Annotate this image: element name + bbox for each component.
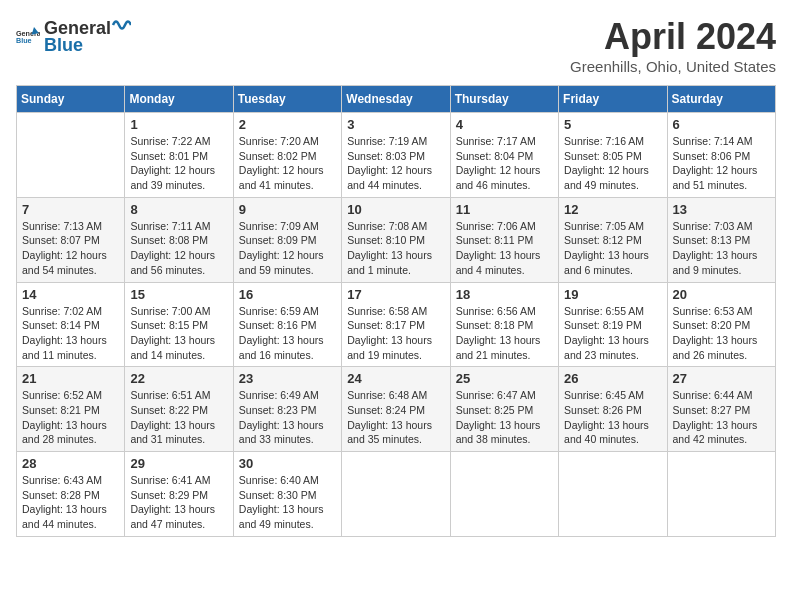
calendar-day-cell [17, 113, 125, 198]
calendar-day-cell: 17Sunrise: 6:58 AM Sunset: 8:17 PM Dayli… [342, 282, 450, 367]
day-info: Sunrise: 6:44 AM Sunset: 8:27 PM Dayligh… [673, 388, 770, 447]
calendar-table: SundayMondayTuesdayWednesdayThursdayFrid… [16, 85, 776, 537]
day-number: 15 [130, 287, 227, 302]
day-info: Sunrise: 6:55 AM Sunset: 8:19 PM Dayligh… [564, 304, 661, 363]
day-info: Sunrise: 6:47 AM Sunset: 8:25 PM Dayligh… [456, 388, 553, 447]
day-info: Sunrise: 7:08 AM Sunset: 8:10 PM Dayligh… [347, 219, 444, 278]
calendar-header-cell: Saturday [667, 86, 775, 113]
calendar-day-cell: 30Sunrise: 6:40 AM Sunset: 8:30 PM Dayli… [233, 452, 341, 537]
day-info: Sunrise: 7:20 AM Sunset: 8:02 PM Dayligh… [239, 134, 336, 193]
calendar-header-cell: Sunday [17, 86, 125, 113]
calendar-day-cell: 7Sunrise: 7:13 AM Sunset: 8:07 PM Daylig… [17, 197, 125, 282]
day-info: Sunrise: 7:16 AM Sunset: 8:05 PM Dayligh… [564, 134, 661, 193]
day-number: 16 [239, 287, 336, 302]
day-info: Sunrise: 6:53 AM Sunset: 8:20 PM Dayligh… [673, 304, 770, 363]
day-number: 12 [564, 202, 661, 217]
day-number: 6 [673, 117, 770, 132]
day-info: Sunrise: 7:05 AM Sunset: 8:12 PM Dayligh… [564, 219, 661, 278]
logo-icon: General Blue [16, 24, 40, 48]
day-info: Sunrise: 6:41 AM Sunset: 8:29 PM Dayligh… [130, 473, 227, 532]
day-info: Sunrise: 6:58 AM Sunset: 8:17 PM Dayligh… [347, 304, 444, 363]
calendar-header-cell: Wednesday [342, 86, 450, 113]
day-number: 18 [456, 287, 553, 302]
day-info: Sunrise: 6:51 AM Sunset: 8:22 PM Dayligh… [130, 388, 227, 447]
calendar-day-cell: 4Sunrise: 7:17 AM Sunset: 8:04 PM Daylig… [450, 113, 558, 198]
calendar-week-row: 28Sunrise: 6:43 AM Sunset: 8:28 PM Dayli… [17, 452, 776, 537]
day-info: Sunrise: 7:09 AM Sunset: 8:09 PM Dayligh… [239, 219, 336, 278]
day-number: 23 [239, 371, 336, 386]
day-number: 20 [673, 287, 770, 302]
day-number: 4 [456, 117, 553, 132]
day-number: 21 [22, 371, 119, 386]
day-number: 9 [239, 202, 336, 217]
calendar-day-cell: 21Sunrise: 6:52 AM Sunset: 8:21 PM Dayli… [17, 367, 125, 452]
day-info: Sunrise: 6:52 AM Sunset: 8:21 PM Dayligh… [22, 388, 119, 447]
calendar-header-cell: Tuesday [233, 86, 341, 113]
day-info: Sunrise: 6:40 AM Sunset: 8:30 PM Dayligh… [239, 473, 336, 532]
logo-wave-icon [111, 16, 131, 34]
day-info: Sunrise: 7:19 AM Sunset: 8:03 PM Dayligh… [347, 134, 444, 193]
day-number: 29 [130, 456, 227, 471]
page-header: General Blue General Blue April 2024 Gre… [16, 16, 776, 75]
calendar-body: 1Sunrise: 7:22 AM Sunset: 8:01 PM Daylig… [17, 113, 776, 537]
calendar-header-cell: Thursday [450, 86, 558, 113]
calendar-day-cell: 22Sunrise: 6:51 AM Sunset: 8:22 PM Dayli… [125, 367, 233, 452]
calendar-day-cell [342, 452, 450, 537]
day-info: Sunrise: 6:56 AM Sunset: 8:18 PM Dayligh… [456, 304, 553, 363]
calendar-day-cell: 8Sunrise: 7:11 AM Sunset: 8:08 PM Daylig… [125, 197, 233, 282]
day-number: 8 [130, 202, 227, 217]
day-number: 10 [347, 202, 444, 217]
day-info: Sunrise: 6:59 AM Sunset: 8:16 PM Dayligh… [239, 304, 336, 363]
calendar-week-row: 7Sunrise: 7:13 AM Sunset: 8:07 PM Daylig… [17, 197, 776, 282]
calendar-day-cell: 23Sunrise: 6:49 AM Sunset: 8:23 PM Dayli… [233, 367, 341, 452]
calendar-day-cell: 1Sunrise: 7:22 AM Sunset: 8:01 PM Daylig… [125, 113, 233, 198]
calendar-day-cell: 24Sunrise: 6:48 AM Sunset: 8:24 PM Dayli… [342, 367, 450, 452]
calendar-day-cell [450, 452, 558, 537]
day-info: Sunrise: 7:00 AM Sunset: 8:15 PM Dayligh… [130, 304, 227, 363]
calendar-day-cell: 20Sunrise: 6:53 AM Sunset: 8:20 PM Dayli… [667, 282, 775, 367]
calendar-header-cell: Friday [559, 86, 667, 113]
calendar-day-cell: 13Sunrise: 7:03 AM Sunset: 8:13 PM Dayli… [667, 197, 775, 282]
calendar-day-cell: 11Sunrise: 7:06 AM Sunset: 8:11 PM Dayli… [450, 197, 558, 282]
day-info: Sunrise: 7:06 AM Sunset: 8:11 PM Dayligh… [456, 219, 553, 278]
calendar-day-cell: 6Sunrise: 7:14 AM Sunset: 8:06 PM Daylig… [667, 113, 775, 198]
day-info: Sunrise: 6:49 AM Sunset: 8:23 PM Dayligh… [239, 388, 336, 447]
calendar-day-cell: 10Sunrise: 7:08 AM Sunset: 8:10 PM Dayli… [342, 197, 450, 282]
day-info: Sunrise: 7:02 AM Sunset: 8:14 PM Dayligh… [22, 304, 119, 363]
day-number: 19 [564, 287, 661, 302]
calendar-week-row: 21Sunrise: 6:52 AM Sunset: 8:21 PM Dayli… [17, 367, 776, 452]
calendar-day-cell: 9Sunrise: 7:09 AM Sunset: 8:09 PM Daylig… [233, 197, 341, 282]
calendar-header-cell: Monday [125, 86, 233, 113]
day-number: 30 [239, 456, 336, 471]
title-area: April 2024 Greenhills, Ohio, United Stat… [570, 16, 776, 75]
calendar-day-cell: 3Sunrise: 7:19 AM Sunset: 8:03 PM Daylig… [342, 113, 450, 198]
calendar-header-row: SundayMondayTuesdayWednesdayThursdayFrid… [17, 86, 776, 113]
calendar-day-cell: 28Sunrise: 6:43 AM Sunset: 8:28 PM Dayli… [17, 452, 125, 537]
day-number: 7 [22, 202, 119, 217]
calendar-week-row: 14Sunrise: 7:02 AM Sunset: 8:14 PM Dayli… [17, 282, 776, 367]
day-number: 11 [456, 202, 553, 217]
day-number: 27 [673, 371, 770, 386]
day-number: 1 [130, 117, 227, 132]
day-info: Sunrise: 7:22 AM Sunset: 8:01 PM Dayligh… [130, 134, 227, 193]
calendar-day-cell: 14Sunrise: 7:02 AM Sunset: 8:14 PM Dayli… [17, 282, 125, 367]
day-number: 28 [22, 456, 119, 471]
calendar-day-cell: 5Sunrise: 7:16 AM Sunset: 8:05 PM Daylig… [559, 113, 667, 198]
day-number: 3 [347, 117, 444, 132]
calendar-day-cell: 15Sunrise: 7:00 AM Sunset: 8:15 PM Dayli… [125, 282, 233, 367]
calendar-week-row: 1Sunrise: 7:22 AM Sunset: 8:01 PM Daylig… [17, 113, 776, 198]
calendar-day-cell: 29Sunrise: 6:41 AM Sunset: 8:29 PM Dayli… [125, 452, 233, 537]
day-number: 24 [347, 371, 444, 386]
calendar-day-cell [559, 452, 667, 537]
day-number: 14 [22, 287, 119, 302]
day-info: Sunrise: 7:17 AM Sunset: 8:04 PM Dayligh… [456, 134, 553, 193]
day-info: Sunrise: 6:45 AM Sunset: 8:26 PM Dayligh… [564, 388, 661, 447]
svg-text:Blue: Blue [16, 36, 32, 45]
day-info: Sunrise: 7:13 AM Sunset: 8:07 PM Dayligh… [22, 219, 119, 278]
day-info: Sunrise: 6:48 AM Sunset: 8:24 PM Dayligh… [347, 388, 444, 447]
day-number: 26 [564, 371, 661, 386]
month-title: April 2024 [570, 16, 776, 58]
day-info: Sunrise: 7:03 AM Sunset: 8:13 PM Dayligh… [673, 219, 770, 278]
day-number: 25 [456, 371, 553, 386]
day-number: 22 [130, 371, 227, 386]
